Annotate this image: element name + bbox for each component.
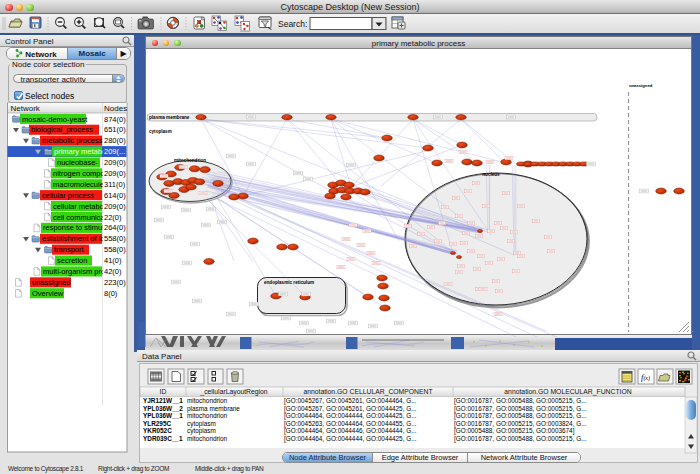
svg-text:_cellularLayoutRegion: _cellularLayoutRegion	[199, 388, 267, 396]
svg-text:311(0): 311(0)	[104, 180, 126, 189]
svg-text:nucleobase-: nucleobase-	[57, 158, 98, 167]
svg-text:cytoplasm: cytoplasm	[149, 129, 172, 134]
svg-text:cellular metabo: cellular metabo	[53, 202, 104, 211]
svg-text:264(0): 264(0)	[104, 224, 126, 233]
svg-text:209(...: 209(...	[104, 147, 125, 156]
svg-text:209(0): 209(0)	[104, 158, 126, 167]
svg-text:cell communicat: cell communicat	[53, 213, 108, 222]
svg-text:8(0): 8(0)	[104, 289, 118, 298]
svg-text:209(0): 209(0)	[104, 169, 126, 178]
svg-text:cellular process: cellular process	[42, 191, 94, 200]
svg-text:mitochondrion: mitochondrion	[174, 158, 206, 163]
svg-text:Search:: Search:	[278, 19, 307, 29]
svg-text:macromolecule: macromolecule	[53, 180, 104, 189]
svg-text:endoplasmic reticulum: endoplasmic reticulum	[264, 280, 314, 285]
svg-text:unassigned: unassigned	[629, 83, 653, 88]
svg-text:nitrogen compo: nitrogen compo	[53, 169, 105, 178]
svg-text:209(0): 209(0)	[104, 202, 126, 211]
svg-text:41(0): 41(0)	[104, 256, 122, 265]
svg-text:annotation.GO CELLULAR_COMPONE: annotation.GO CELLULAR_COMPONENT	[303, 388, 432, 396]
svg-text:secretion: secretion	[57, 256, 87, 265]
svg-text:558(0): 558(0)	[104, 245, 126, 254]
svg-text:Overview: Overview	[32, 289, 64, 298]
svg-text:unassigned: unassigned	[32, 278, 70, 287]
svg-text:response to stimulu: response to stimulu	[43, 224, 108, 233]
svg-text:223(0): 223(0)	[104, 278, 126, 287]
svg-text:280(0): 280(0)	[104, 136, 126, 145]
svg-text:mosaic-demo-yeast: mosaic-demo-yeast	[22, 115, 88, 124]
svg-text:22(0): 22(0)	[104, 213, 122, 222]
svg-text:establishment of lo: establishment of lo	[42, 234, 105, 243]
svg-text:multi-organism pro: multi-organism pro	[43, 267, 105, 276]
svg-text:transport: transport	[54, 245, 85, 254]
svg-text:614(0): 614(0)	[104, 191, 126, 200]
svg-text:nucleus: nucleus	[482, 172, 500, 177]
svg-text:annotation.GO MOLECULAR_FUNCTI: annotation.GO MOLECULAR_FUNCTION	[504, 388, 631, 396]
svg-text:metabolic process: metabolic process	[42, 136, 103, 145]
svg-text:plasma membrane: plasma membrane	[149, 115, 190, 120]
svg-text:ID: ID	[160, 388, 167, 395]
svg-text:biological_process: biological_process	[31, 125, 93, 134]
svg-text:558(0): 558(0)	[104, 234, 126, 243]
svg-text:42(0): 42(0)	[104, 267, 122, 276]
svg-text:primary metabo: primary metabo	[54, 147, 106, 156]
svg-text:874(0): 874(0)	[104, 115, 126, 124]
svg-text:Network: Network	[11, 104, 41, 113]
svg-text:651(0): 651(0)	[104, 125, 126, 134]
svg-text:Nodes: Nodes	[104, 104, 127, 113]
